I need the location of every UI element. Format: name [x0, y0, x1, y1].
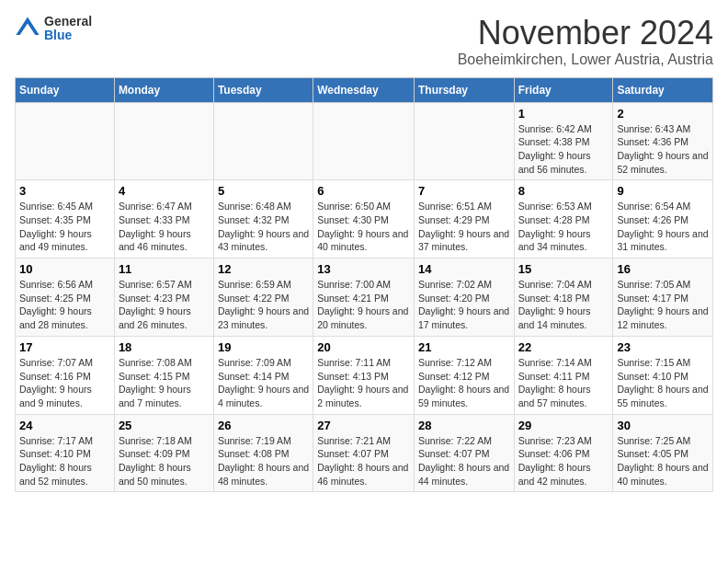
day-info: Sunrise: 7:12 AM Sunset: 4:12 PM Dayligh…: [418, 356, 510, 410]
day-cell: 24Sunrise: 7:17 AM Sunset: 4:10 PM Dayli…: [16, 414, 115, 492]
day-cell: 9Sunrise: 6:54 AM Sunset: 4:26 PM Daylig…: [613, 180, 713, 259]
day-cell: 26Sunrise: 7:19 AM Sunset: 4:08 PM Dayli…: [213, 414, 313, 492]
day-number: 17: [19, 340, 110, 354]
day-info: Sunrise: 7:25 AM Sunset: 4:05 PM Dayligh…: [617, 434, 709, 488]
day-cell: 28Sunrise: 7:22 AM Sunset: 4:07 PM Dayli…: [414, 414, 514, 492]
day-number: 2: [617, 107, 709, 121]
day-info: Sunrise: 7:11 AM Sunset: 4:13 PM Dayligh…: [317, 356, 410, 410]
day-cell: 25Sunrise: 7:18 AM Sunset: 4:09 PM Dayli…: [114, 414, 213, 492]
header-row: SundayMondayTuesdayWednesdayThursdayFrid…: [16, 77, 713, 102]
day-cell: 13Sunrise: 7:00 AM Sunset: 4:21 PM Dayli…: [313, 259, 415, 337]
day-cell: 5Sunrise: 6:48 AM Sunset: 4:32 PM Daylig…: [213, 180, 313, 259]
day-cell: [313, 102, 415, 180]
week-row-3: 10Sunrise: 6:56 AM Sunset: 4:25 PM Dayli…: [16, 259, 713, 337]
header-tuesday: Tuesday: [213, 77, 313, 102]
day-number: 29: [518, 419, 609, 432]
day-info: Sunrise: 7:08 AM Sunset: 4:15 PM Dayligh…: [119, 356, 210, 410]
day-number: 21: [418, 340, 510, 354]
day-info: Sunrise: 7:15 AM Sunset: 4:10 PM Dayligh…: [617, 356, 709, 410]
day-cell: 8Sunrise: 6:53 AM Sunset: 4:28 PM Daylig…: [514, 180, 613, 259]
logo-blue: Blue: [44, 29, 92, 42]
calendar-table: SundayMondayTuesdayWednesdayThursdayFrid…: [15, 77, 713, 493]
day-cell: 4Sunrise: 6:47 AM Sunset: 4:33 PM Daylig…: [114, 180, 213, 259]
day-cell: 17Sunrise: 7:07 AM Sunset: 4:16 PM Dayli…: [16, 336, 115, 414]
day-number: 16: [617, 262, 709, 276]
header-sunday: Sunday: [16, 77, 115, 102]
day-cell: 18Sunrise: 7:08 AM Sunset: 4:15 PM Dayli…: [114, 336, 213, 414]
day-number: 28: [418, 419, 510, 432]
day-info: Sunrise: 6:45 AM Sunset: 4:35 PM Dayligh…: [19, 200, 110, 254]
day-number: 4: [119, 184, 210, 198]
title-section: November 2024 Boeheimkirchen, Lower Aust…: [458, 15, 713, 68]
day-number: 14: [418, 262, 510, 276]
day-cell: 19Sunrise: 7:09 AM Sunset: 4:14 PM Dayli…: [213, 336, 313, 414]
day-number: 11: [119, 262, 210, 276]
day-info: Sunrise: 6:53 AM Sunset: 4:28 PM Dayligh…: [518, 200, 609, 254]
day-cell: 14Sunrise: 7:02 AM Sunset: 4:20 PM Dayli…: [414, 259, 514, 337]
day-cell: 21Sunrise: 7:12 AM Sunset: 4:12 PM Dayli…: [414, 336, 514, 414]
day-number: 20: [317, 340, 410, 354]
day-cell: 10Sunrise: 6:56 AM Sunset: 4:25 PM Dayli…: [16, 259, 115, 337]
main-title: November 2024: [458, 15, 713, 52]
day-cell: 6Sunrise: 6:50 AM Sunset: 4:30 PM Daylig…: [313, 180, 415, 259]
day-info: Sunrise: 7:17 AM Sunset: 4:10 PM Dayligh…: [19, 434, 110, 488]
week-row-4: 17Sunrise: 7:07 AM Sunset: 4:16 PM Dayli…: [16, 336, 713, 414]
day-cell: 1Sunrise: 6:42 AM Sunset: 4:38 PM Daylig…: [514, 102, 613, 180]
week-row-2: 3Sunrise: 6:45 AM Sunset: 4:35 PM Daylig…: [16, 180, 713, 259]
day-cell: 7Sunrise: 6:51 AM Sunset: 4:29 PM Daylig…: [414, 180, 514, 259]
day-cell: 22Sunrise: 7:14 AM Sunset: 4:11 PM Dayli…: [514, 336, 613, 414]
day-number: 8: [518, 184, 609, 198]
day-number: 1: [518, 107, 609, 121]
logo: General Blue: [15, 15, 92, 43]
day-info: Sunrise: 6:43 AM Sunset: 4:36 PM Dayligh…: [617, 122, 709, 177]
day-info: Sunrise: 7:09 AM Sunset: 4:14 PM Dayligh…: [218, 356, 309, 410]
header-friday: Friday: [514, 77, 613, 102]
day-number: 9: [617, 184, 709, 198]
day-number: 23: [617, 340, 709, 354]
day-info: Sunrise: 6:59 AM Sunset: 4:22 PM Dayligh…: [218, 278, 309, 332]
week-row-1: 1Sunrise: 6:42 AM Sunset: 4:38 PM Daylig…: [16, 102, 713, 180]
day-info: Sunrise: 7:22 AM Sunset: 4:07 PM Dayligh…: [418, 434, 510, 488]
header-monday: Monday: [114, 77, 213, 102]
day-info: Sunrise: 6:54 AM Sunset: 4:26 PM Dayligh…: [617, 200, 709, 254]
day-info: Sunrise: 7:05 AM Sunset: 4:17 PM Dayligh…: [617, 278, 709, 332]
logo-icon: [15, 16, 40, 41]
day-number: 19: [218, 340, 309, 354]
week-row-5: 24Sunrise: 7:17 AM Sunset: 4:10 PM Dayli…: [16, 414, 713, 492]
day-info: Sunrise: 6:50 AM Sunset: 4:30 PM Dayligh…: [317, 200, 410, 254]
day-cell: 30Sunrise: 7:25 AM Sunset: 4:05 PM Dayli…: [613, 414, 713, 492]
day-number: 10: [19, 262, 110, 276]
day-cell: 20Sunrise: 7:11 AM Sunset: 4:13 PM Dayli…: [313, 336, 415, 414]
day-number: 6: [317, 184, 410, 198]
day-number: 22: [518, 340, 609, 354]
day-cell: 3Sunrise: 6:45 AM Sunset: 4:35 PM Daylig…: [16, 180, 115, 259]
day-info: Sunrise: 7:19 AM Sunset: 4:08 PM Dayligh…: [218, 434, 309, 488]
day-cell: 12Sunrise: 6:59 AM Sunset: 4:22 PM Dayli…: [213, 259, 313, 337]
day-number: 27: [317, 419, 410, 432]
day-number: 30: [617, 419, 709, 432]
day-info: Sunrise: 6:48 AM Sunset: 4:32 PM Dayligh…: [218, 200, 309, 254]
day-cell: 27Sunrise: 7:21 AM Sunset: 4:07 PM Dayli…: [313, 414, 415, 492]
day-number: 12: [218, 262, 309, 276]
day-cell: 15Sunrise: 7:04 AM Sunset: 4:18 PM Dayli…: [514, 259, 613, 337]
day-cell: [213, 102, 313, 180]
day-cell: [16, 102, 115, 180]
day-number: 26: [218, 419, 309, 432]
day-info: Sunrise: 6:57 AM Sunset: 4:23 PM Dayligh…: [119, 278, 210, 332]
day-cell: 11Sunrise: 6:57 AM Sunset: 4:23 PM Dayli…: [114, 259, 213, 337]
header-wednesday: Wednesday: [313, 77, 415, 102]
logo-general: General: [44, 15, 92, 29]
day-info: Sunrise: 7:18 AM Sunset: 4:09 PM Dayligh…: [119, 434, 210, 488]
day-number: 24: [19, 419, 110, 432]
day-info: Sunrise: 7:02 AM Sunset: 4:20 PM Dayligh…: [418, 278, 510, 332]
day-cell: [114, 102, 213, 180]
day-info: Sunrise: 7:04 AM Sunset: 4:18 PM Dayligh…: [518, 278, 609, 332]
day-info: Sunrise: 7:07 AM Sunset: 4:16 PM Dayligh…: [19, 356, 110, 410]
header-thursday: Thursday: [414, 77, 514, 102]
day-info: Sunrise: 6:47 AM Sunset: 4:33 PM Dayligh…: [119, 200, 210, 254]
day-info: Sunrise: 7:00 AM Sunset: 4:21 PM Dayligh…: [317, 278, 410, 332]
day-number: 3: [19, 184, 110, 198]
day-cell: 29Sunrise: 7:23 AM Sunset: 4:06 PM Dayli…: [514, 414, 613, 492]
day-number: 15: [518, 262, 609, 276]
day-info: Sunrise: 6:51 AM Sunset: 4:29 PM Dayligh…: [418, 200, 510, 254]
